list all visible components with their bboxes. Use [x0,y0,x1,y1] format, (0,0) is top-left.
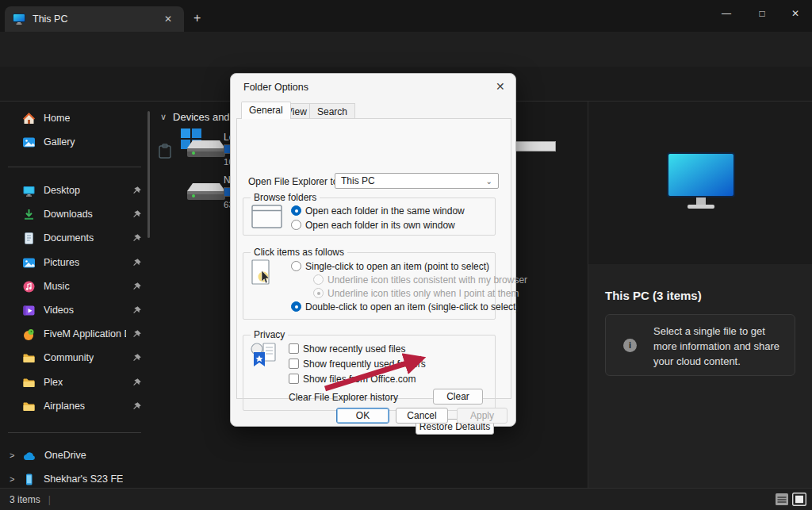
file-list-panel: ∨ Devices and Loca 108 G [151,102,232,488]
home-icon [22,112,36,125]
videos-icon [22,304,36,317]
sidebar-item-label: Airplanes [44,401,85,412]
sidebar-item-label: Shekhar's S23 FE [44,474,123,485]
browse-folders-group: Browse folders Open each folder in the s… [243,197,496,236]
details-info-text: Select a single file to get more informa… [653,324,790,369]
expand-chevron-icon[interactable]: > [10,474,14,484]
expand-chevron-icon[interactable]: > [10,451,14,460]
radio-own-window[interactable] [291,220,301,230]
pin-icon [132,258,142,268]
sidebar-item-label: Music [44,281,70,292]
fivem-icon [22,328,36,341]
pin-icon [132,329,142,339]
drive-item-local-disk[interactable]: Loca 108 G [167,132,232,171]
pin-icon [132,233,142,243]
dialog-close-icon[interactable]: ✕ [496,80,505,93]
checkbox-frequently-used-folders[interactable] [289,359,299,369]
drive-item-new-volume[interactable]: New 634 G [167,174,232,214]
open-to-value: This PC [341,175,375,186]
new-tab-button[interactable]: + [193,11,201,25]
onedrive-icon [22,451,36,461]
minimize-button[interactable]: — [714,5,738,22]
sidebar-item-label: Desktop [44,185,80,196]
sidebar-item-label: Pictures [44,257,79,268]
pin-icon [132,401,142,412]
pin-icon [132,186,142,196]
pin-icon [132,209,142,220]
tab-search[interactable]: Search [309,103,355,119]
radio-underline-point-label: Underline icon titles only when I point … [327,288,519,299]
tab-general[interactable]: General [241,102,291,119]
sidebar-divider [8,432,141,433]
radio-single-click-label[interactable]: Single-click to open an item (point to s… [305,261,489,272]
sidebar-item-label: Gallery [44,136,75,148]
music-icon [22,280,36,293]
collapse-chevron-icon[interactable]: ∨ [160,112,167,122]
radio-single-click[interactable] [291,261,301,271]
radio-underline-point [313,288,324,298]
radio-same-window-label[interactable]: Open each folder in the same window [305,205,465,217]
cancel-button[interactable]: Cancel [396,408,448,424]
radio-same-window[interactable] [291,205,301,216]
sidebar-item-phone[interactable]: > Shekhar's S23 FE [0,468,149,490]
sidebar-item-pictures[interactable]: Pictures [0,251,149,274]
list-view-icon[interactable] [775,493,789,506]
sidebar-divider [8,167,141,167]
sidebar-item-home[interactable]: Home [0,107,149,129]
sidebar-item-downloads[interactable]: Downloads [0,203,149,225]
close-button[interactable]: ✕ [783,5,807,22]
tab-close-icon[interactable]: ✕ [160,12,176,26]
radio-underline-browser-label: Underline icon titles consistent with my… [327,274,527,286]
sidebar-item-documents[interactable]: Documents [0,227,149,249]
sidebar-item-plex[interactable]: Plex [0,371,149,393]
radio-own-window-label[interactable]: Open each folder in its own window [305,220,455,231]
browse-folders-icon [251,204,283,230]
radio-underline-browser [313,274,324,285]
radio-double-click-label[interactable]: Double-click to open an item (single-cli… [305,301,519,313]
folder-icon [22,400,36,413]
pin-icon [132,378,142,388]
sidebar-item-gallery[interactable]: Gallery [0,131,149,153]
document-icon [22,232,36,245]
sidebar-item-community[interactable]: Community [0,347,149,369]
ok-button[interactable]: OK [336,408,389,424]
sidebar-item-desktop[interactable]: Desktop [0,179,149,201]
details-panel: This PC (3 items) i Select a single file… [588,102,812,488]
privacy-group-label: Privacy [251,329,288,340]
gallery-icon [22,136,36,149]
sidebar-item-label: Videos [44,305,74,316]
sidebar-item-label: Community [44,352,94,363]
sidebar-scrollbar[interactable] [147,111,150,238]
radio-double-click[interactable] [291,301,301,312]
hard-drive-icon [187,140,225,159]
apply-button[interactable]: Apply [457,408,508,424]
info-icon: i [623,339,637,352]
browse-folders-group-label: Browse folders [251,192,320,203]
open-to-dropdown[interactable]: This PC ⌄ [335,173,499,189]
section-header-label: Devices and [173,111,230,123]
folder-icon [22,351,36,365]
thumbnail-view-icon[interactable] [792,493,806,506]
horizontal-scrollbar-thumb[interactable] [514,141,556,151]
sidebar-item-airplanes[interactable]: Airplanes [0,395,149,417]
downloads-icon [22,208,36,221]
navigation-bar: ← → ↑ ↻ › This PC › [0,32,812,67]
sidebar-item-music[interactable]: Music [0,275,149,297]
click-items-group: Click items as follows Single-click to o… [243,252,496,320]
pin-icon [132,353,142,363]
tab-this-pc[interactable]: This PC ✕ [5,6,184,32]
maximize-button[interactable]: □ [750,5,774,22]
file-explorer-window: This PC ✕ + — □ ✕ ← → ↑ ↻ › This PC › [0,0,812,510]
title-bar: This PC ✕ + — □ ✕ [0,0,812,32]
click-items-group-label: Click items as follows [251,247,347,258]
checkbox-office-files[interactable] [289,374,299,384]
privacy-icon [249,342,279,369]
tab-title: This PC [33,13,67,25]
details-info-box: i Select a single file to get more infor… [605,314,795,376]
sidebar-item-videos[interactable]: Videos [0,299,149,321]
sidebar-item-onedrive[interactable]: > OneDrive [0,444,149,466]
status-bar: 3 items | [0,488,812,510]
checkbox-recently-used-files[interactable] [289,343,299,354]
section-header-devices[interactable]: ∨ Devices and [160,111,230,123]
sidebar-item-fivem[interactable]: FiveM Application Data [0,323,149,345]
